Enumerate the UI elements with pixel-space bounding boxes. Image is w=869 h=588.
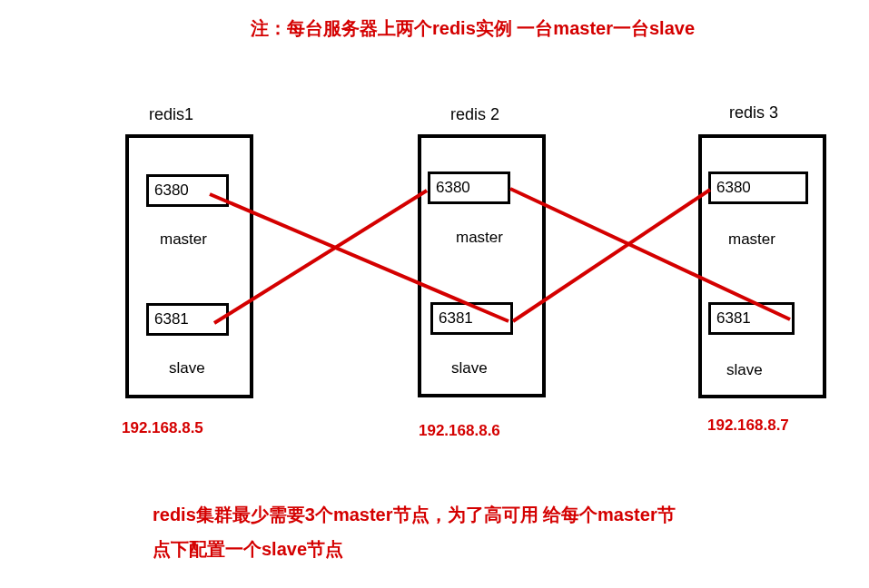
top-note: 注：每台服务器上两个redis实例 一台master一台slave [251, 16, 695, 41]
server3-port-slave: 6381 [708, 302, 795, 335]
server2-port-slave: 6381 [430, 302, 513, 335]
server1-label: redis1 [149, 105, 193, 124]
server3-ip: 192.168.8.7 [707, 416, 789, 435]
server2-label: redis 2 [450, 105, 499, 124]
server1-port-slave: 6381 [146, 303, 229, 336]
server3-role-master: master [728, 230, 775, 249]
server3-label: redis 3 [729, 103, 778, 122]
server2-ip: 192.168.8.6 [419, 422, 500, 440]
server1-ip: 192.168.8.5 [122, 419, 203, 437]
server1-role-master: master [160, 230, 207, 249]
server1-role-slave: slave [169, 359, 205, 377]
server2-role-slave: slave [451, 359, 488, 377]
server3-role-slave: slave [726, 361, 763, 379]
server2-port-master: 6380 [428, 172, 510, 204]
server1-port-master: 6380 [146, 174, 229, 207]
bottom-note-line1: redis集群最少需要3个master节点，为了高可用 给每个master节 [153, 505, 676, 524]
server3-port-master: 6380 [708, 172, 808, 204]
bottom-note-line2: 点下配置一个slave节点 [153, 539, 343, 559]
server2-role-master: master [456, 229, 503, 247]
bottom-note: redis集群最少需要3个master节点，为了高可用 给每个master节 点… [153, 497, 676, 566]
